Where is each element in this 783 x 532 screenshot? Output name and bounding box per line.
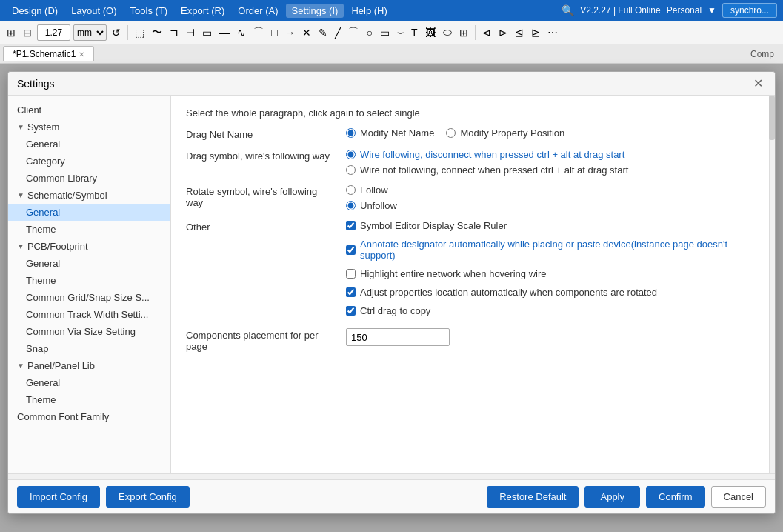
toolbar-divider-2 <box>475 25 476 40</box>
polyline-icon[interactable]: ∿ <box>235 25 248 40</box>
align-center-icon[interactable]: ⊳ <box>496 25 510 40</box>
circle-icon[interactable]: ○ <box>364 25 374 40</box>
version-badge: V2.2.27 | Full Online <box>580 5 661 16</box>
account-arrow-icon[interactable]: ▼ <box>707 5 716 16</box>
zoom-input[interactable] <box>37 24 70 41</box>
netflag-icon[interactable]: ▭ <box>200 25 214 40</box>
menu-export[interactable]: Export (R) <box>175 4 230 18</box>
bezier-icon[interactable]: ⌒ <box>251 24 266 41</box>
tab-schematic1-label: *P1.Schematic1 <box>13 49 76 59</box>
tab-right-label: Comp <box>744 47 780 61</box>
pen-icon[interactable]: ✎ <box>316 25 330 40</box>
grid2-icon[interactable]: ⊟ <box>21 25 34 40</box>
menu-order[interactable]: Order (A) <box>232 4 284 18</box>
search-icon[interactable]: 🔍 <box>562 4 574 16</box>
menu-bar-right: 🔍 V2.2.27 | Full Online Personal ▼ synch… <box>562 3 777 18</box>
menu-tools[interactable]: Tools (T) <box>124 4 174 18</box>
diag-line-icon[interactable]: ╱ <box>333 25 343 40</box>
align-left-icon[interactable]: ⊲ <box>480 25 493 40</box>
account-label: Personal <box>667 5 702 16</box>
rect2-icon[interactable]: ▭ <box>378 25 392 40</box>
unit-select[interactable]: mm mil inch <box>73 24 107 41</box>
undo-icon[interactable]: ↺ <box>110 25 123 40</box>
arrow-icon[interactable]: → <box>282 25 297 40</box>
menu-settings[interactable]: Settings (I) <box>286 4 344 18</box>
ellipse-icon[interactable]: ⬭ <box>441 24 454 40</box>
align-top-icon[interactable]: ⊵ <box>529 25 542 40</box>
arc-icon[interactable]: ⌒ <box>346 24 361 41</box>
menu-design[interactable]: Design (D) <box>6 4 64 18</box>
table-icon[interactable]: ⊞ <box>457 25 470 40</box>
toolbar-divider-1 <box>127 25 128 40</box>
junction-icon[interactable]: ⊣ <box>184 25 197 40</box>
menu-layout[interactable]: Layout (O) <box>65 4 122 18</box>
menu-bar: Design (D) Layout (O) Tools (T) Export (… <box>0 0 783 21</box>
toolbar: ⊞ ⊟ mm mil inch ↺ ⬚ 〜 ⊐ ⊣ ▭ — ∿ ⌒ □ → ✕ … <box>0 21 783 44</box>
close-icon[interactable]: ✕ <box>300 25 313 40</box>
align-right-icon[interactable]: ⊴ <box>513 25 526 40</box>
grid-icon[interactable]: ⊞ <box>4 25 18 40</box>
bus-icon[interactable]: ⊐ <box>167 25 181 40</box>
sync-button[interactable]: synchro... <box>722 3 777 18</box>
wave-icon[interactable]: ⌣ <box>395 24 406 40</box>
more-icon[interactable]: ⋯ <box>545 25 560 40</box>
line-icon[interactable]: — <box>217 25 232 40</box>
select-icon[interactable]: ⬚ <box>133 25 147 40</box>
tab-bar: *P1.Schematic1 ✕ Comp <box>0 44 783 64</box>
text-icon[interactable]: T <box>409 25 420 40</box>
tab-close-icon[interactable]: ✕ <box>79 50 84 59</box>
tab-schematic1[interactable]: *P1.Schematic1 ✕ <box>3 46 94 61</box>
rect-icon[interactable]: □ <box>269 25 279 40</box>
menu-help[interactable]: Help (H) <box>345 4 393 18</box>
image-icon[interactable]: 🖼 <box>423 25 438 40</box>
wire-icon[interactable]: 〜 <box>150 24 164 41</box>
